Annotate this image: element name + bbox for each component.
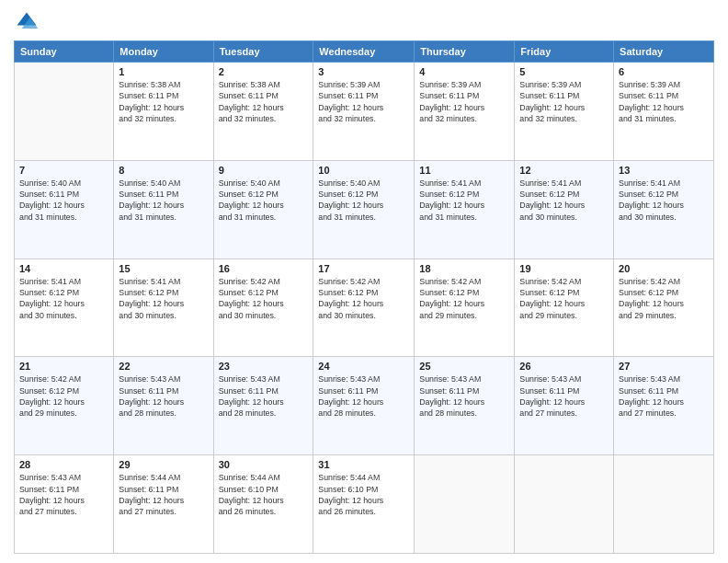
day-number: 22 bbox=[119, 361, 208, 372]
page: SundayMondayTuesdayWednesdayThursdayFrid… bbox=[0, 0, 728, 563]
day-header-sunday: Sunday bbox=[15, 41, 114, 63]
day-info: Sunrise: 5:43 AM Sunset: 6:11 PM Dayligh… bbox=[119, 373, 208, 419]
day-number: 9 bbox=[219, 165, 309, 176]
calendar-cell: 29Sunrise: 5:44 AM Sunset: 6:11 PM Dayli… bbox=[114, 455, 213, 554]
logo-icon bbox=[14, 9, 40, 35]
day-info: Sunrise: 5:39 AM Sunset: 6:11 PM Dayligh… bbox=[419, 79, 509, 124]
day-number: 11 bbox=[419, 165, 509, 176]
day-number: 30 bbox=[219, 459, 309, 470]
calendar-cell: 3Sunrise: 5:39 AM Sunset: 6:11 PM Daylig… bbox=[313, 63, 415, 161]
day-info: Sunrise: 5:42 AM Sunset: 6:12 PM Dayligh… bbox=[519, 276, 609, 321]
day-number: 20 bbox=[619, 263, 709, 274]
header-row: SundayMondayTuesdayWednesdayThursdayFrid… bbox=[15, 41, 714, 63]
day-info: Sunrise: 5:40 AM Sunset: 6:11 PM Dayligh… bbox=[19, 178, 108, 223]
day-number: 26 bbox=[519, 361, 609, 372]
day-info: Sunrise: 5:40 AM Sunset: 6:11 PM Dayligh… bbox=[119, 178, 208, 223]
day-number: 14 bbox=[19, 263, 108, 274]
calendar-cell: 8Sunrise: 5:40 AM Sunset: 6:11 PM Daylig… bbox=[114, 160, 213, 259]
day-number: 23 bbox=[219, 361, 309, 372]
day-number: 19 bbox=[519, 263, 609, 274]
day-info: Sunrise: 5:42 AM Sunset: 6:12 PM Dayligh… bbox=[619, 276, 709, 321]
calendar-cell: 13Sunrise: 5:41 AM Sunset: 6:12 PM Dayli… bbox=[614, 160, 714, 259]
week-row-2: 7Sunrise: 5:40 AM Sunset: 6:11 PM Daylig… bbox=[15, 160, 714, 259]
day-number: 8 bbox=[119, 165, 208, 176]
calendar-cell: 15Sunrise: 5:41 AM Sunset: 6:12 PM Dayli… bbox=[114, 259, 213, 357]
day-number: 5 bbox=[519, 66, 609, 77]
day-info: Sunrise: 5:40 AM Sunset: 6:12 PM Dayligh… bbox=[318, 178, 409, 223]
calendar-table: SundayMondayTuesdayWednesdayThursdayFrid… bbox=[14, 40, 714, 554]
day-info: Sunrise: 5:42 AM Sunset: 6:12 PM Dayligh… bbox=[318, 276, 409, 321]
week-row-4: 21Sunrise: 5:42 AM Sunset: 6:12 PM Dayli… bbox=[15, 357, 714, 455]
day-header-monday: Monday bbox=[114, 41, 213, 63]
day-number: 10 bbox=[318, 165, 409, 176]
header bbox=[14, 9, 714, 35]
calendar-cell: 6Sunrise: 5:39 AM Sunset: 6:11 PM Daylig… bbox=[614, 63, 714, 161]
calendar-cell: 25Sunrise: 5:43 AM Sunset: 6:11 PM Dayli… bbox=[415, 357, 515, 455]
day-header-thursday: Thursday bbox=[415, 41, 515, 63]
day-info: Sunrise: 5:41 AM Sunset: 6:12 PM Dayligh… bbox=[119, 276, 208, 321]
day-number: 3 bbox=[318, 66, 409, 77]
day-info: Sunrise: 5:43 AM Sunset: 6:11 PM Dayligh… bbox=[519, 373, 609, 419]
day-number: 24 bbox=[318, 361, 409, 372]
calendar-cell: 26Sunrise: 5:43 AM Sunset: 6:11 PM Dayli… bbox=[515, 357, 614, 455]
calendar-cell: 30Sunrise: 5:44 AM Sunset: 6:10 PM Dayli… bbox=[213, 455, 313, 554]
day-info: Sunrise: 5:41 AM Sunset: 6:12 PM Dayligh… bbox=[519, 178, 609, 223]
day-number: 15 bbox=[119, 263, 208, 274]
day-info: Sunrise: 5:42 AM Sunset: 6:12 PM Dayligh… bbox=[219, 276, 309, 321]
day-number: 6 bbox=[619, 66, 709, 77]
day-info: Sunrise: 5:38 AM Sunset: 6:11 PM Dayligh… bbox=[119, 79, 208, 124]
day-header-wednesday: Wednesday bbox=[313, 41, 415, 63]
calendar-body: 1Sunrise: 5:38 AM Sunset: 6:11 PM Daylig… bbox=[15, 63, 714, 554]
calendar-cell: 20Sunrise: 5:42 AM Sunset: 6:12 PM Dayli… bbox=[614, 259, 714, 357]
calendar-cell: 5Sunrise: 5:39 AM Sunset: 6:11 PM Daylig… bbox=[515, 63, 614, 161]
day-info: Sunrise: 5:43 AM Sunset: 6:11 PM Dayligh… bbox=[318, 373, 409, 419]
day-number: 7 bbox=[19, 165, 108, 176]
calendar-cell: 22Sunrise: 5:43 AM Sunset: 6:11 PM Dayli… bbox=[114, 357, 213, 455]
calendar-cell: 4Sunrise: 5:39 AM Sunset: 6:11 PM Daylig… bbox=[415, 63, 515, 161]
calendar-cell bbox=[415, 455, 515, 554]
calendar-cell: 14Sunrise: 5:41 AM Sunset: 6:12 PM Dayli… bbox=[15, 259, 114, 357]
day-number: 18 bbox=[419, 263, 509, 274]
day-info: Sunrise: 5:44 AM Sunset: 6:11 PM Dayligh… bbox=[119, 472, 208, 517]
calendar-cell: 19Sunrise: 5:42 AM Sunset: 6:12 PM Dayli… bbox=[515, 259, 614, 357]
day-info: Sunrise: 5:43 AM Sunset: 6:11 PM Dayligh… bbox=[619, 373, 709, 419]
week-row-3: 14Sunrise: 5:41 AM Sunset: 6:12 PM Dayli… bbox=[15, 259, 714, 357]
day-number: 28 bbox=[19, 459, 108, 470]
calendar-cell: 11Sunrise: 5:41 AM Sunset: 6:12 PM Dayli… bbox=[415, 160, 515, 259]
week-row-1: 1Sunrise: 5:38 AM Sunset: 6:11 PM Daylig… bbox=[15, 63, 714, 161]
calendar-cell: 16Sunrise: 5:42 AM Sunset: 6:12 PM Dayli… bbox=[213, 259, 313, 357]
day-info: Sunrise: 5:43 AM Sunset: 6:11 PM Dayligh… bbox=[219, 373, 309, 419]
calendar-cell: 24Sunrise: 5:43 AM Sunset: 6:11 PM Dayli… bbox=[313, 357, 415, 455]
calendar-cell: 28Sunrise: 5:43 AM Sunset: 6:11 PM Dayli… bbox=[15, 455, 114, 554]
day-number: 27 bbox=[619, 361, 709, 372]
week-row-5: 28Sunrise: 5:43 AM Sunset: 6:11 PM Dayli… bbox=[15, 455, 714, 554]
day-number: 4 bbox=[419, 66, 509, 77]
day-number: 31 bbox=[318, 459, 409, 470]
day-number: 12 bbox=[519, 165, 609, 176]
calendar-cell bbox=[515, 455, 614, 554]
day-info: Sunrise: 5:43 AM Sunset: 6:11 PM Dayligh… bbox=[419, 373, 509, 419]
day-info: Sunrise: 5:41 AM Sunset: 6:12 PM Dayligh… bbox=[19, 276, 108, 321]
day-info: Sunrise: 5:44 AM Sunset: 6:10 PM Dayligh… bbox=[219, 472, 309, 517]
calendar-cell: 18Sunrise: 5:42 AM Sunset: 6:12 PM Dayli… bbox=[415, 259, 515, 357]
day-header-friday: Friday bbox=[515, 41, 614, 63]
day-info: Sunrise: 5:41 AM Sunset: 6:12 PM Dayligh… bbox=[419, 178, 509, 223]
day-info: Sunrise: 5:40 AM Sunset: 6:12 PM Dayligh… bbox=[219, 178, 309, 223]
day-header-saturday: Saturday bbox=[614, 41, 714, 63]
calendar-cell: 12Sunrise: 5:41 AM Sunset: 6:12 PM Dayli… bbox=[515, 160, 614, 259]
calendar-cell: 21Sunrise: 5:42 AM Sunset: 6:12 PM Dayli… bbox=[15, 357, 114, 455]
day-number: 21 bbox=[19, 361, 108, 372]
day-header-tuesday: Tuesday bbox=[213, 41, 313, 63]
day-number: 2 bbox=[219, 66, 309, 77]
day-info: Sunrise: 5:42 AM Sunset: 6:12 PM Dayligh… bbox=[19, 373, 108, 419]
calendar-cell: 23Sunrise: 5:43 AM Sunset: 6:11 PM Dayli… bbox=[213, 357, 313, 455]
day-info: Sunrise: 5:43 AM Sunset: 6:11 PM Dayligh… bbox=[19, 472, 108, 517]
logo bbox=[14, 9, 43, 35]
day-info: Sunrise: 5:41 AM Sunset: 6:12 PM Dayligh… bbox=[619, 178, 709, 223]
day-info: Sunrise: 5:38 AM Sunset: 6:11 PM Dayligh… bbox=[219, 79, 309, 124]
day-info: Sunrise: 5:39 AM Sunset: 6:11 PM Dayligh… bbox=[619, 79, 709, 124]
calendar-cell: 9Sunrise: 5:40 AM Sunset: 6:12 PM Daylig… bbox=[213, 160, 313, 259]
day-info: Sunrise: 5:44 AM Sunset: 6:10 PM Dayligh… bbox=[318, 472, 409, 517]
day-number: 1 bbox=[119, 66, 208, 77]
day-info: Sunrise: 5:42 AM Sunset: 6:12 PM Dayligh… bbox=[419, 276, 509, 321]
